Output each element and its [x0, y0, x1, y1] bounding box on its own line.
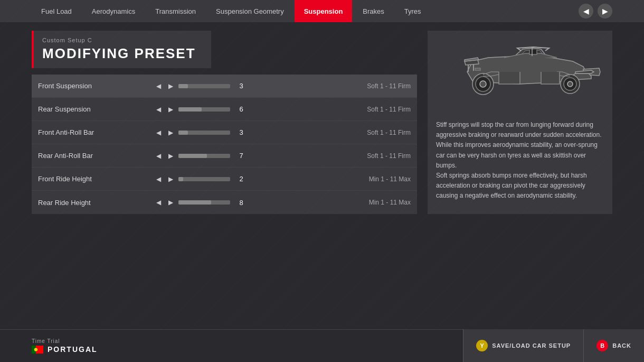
settings-row: Rear Suspension◀▶6Soft 1 - 11 Firm [32, 98, 417, 121]
decrement-button[interactable]: ◀ [154, 198, 163, 207]
slider-fill [178, 84, 188, 88]
row-value: 8 [233, 199, 249, 207]
increment-button[interactable]: ▶ [166, 151, 175, 161]
decrement-button[interactable]: ◀ [154, 128, 163, 137]
row-value: 3 [233, 128, 249, 136]
car-image [435, 38, 604, 106]
prev-icon[interactable]: ◀ [579, 4, 593, 18]
right-panel: Stiff springs will stop the car from lun… [428, 31, 612, 214]
slider-bar[interactable] [178, 200, 230, 205]
setup-subtitle: Custom Setup C [42, 37, 203, 43]
svg-point-5 [480, 81, 486, 87]
row-controls: ◀▶7 [154, 151, 249, 161]
row-range: Soft 1 - 11 Firm [367, 82, 411, 90]
row-value: 6 [233, 105, 249, 113]
nav-item-transmission[interactable]: Transmission [146, 0, 205, 22]
increment-button[interactable]: ▶ [166, 174, 175, 184]
save-load-button[interactable]: Y SAVE/LOAD CAR SETUP [463, 329, 583, 362]
nav-item-aerodynamics[interactable]: Aerodynamics [82, 0, 145, 22]
flag-icon [32, 346, 43, 354]
session-label: Time Trial [32, 338, 98, 344]
increment-button[interactable]: ▶ [166, 198, 175, 207]
bottom-bar: Time Trial PORTUGAL [0, 329, 644, 362]
row-value: 3 [233, 82, 249, 90]
location-name: PORTUGAL [48, 345, 98, 354]
row-controls: ◀▶3 [154, 128, 249, 137]
nav-item-suspension[interactable]: Suspension [295, 0, 353, 22]
decrement-button[interactable]: ◀ [154, 81, 163, 91]
slider-bar[interactable] [178, 131, 230, 135]
increment-button[interactable]: ▶ [166, 105, 175, 114]
slider-bar[interactable] [178, 107, 230, 112]
settings-row: Rear Anti-Roll Bar◀▶7Soft 1 - 11 Firm [32, 144, 417, 168]
b-label: B [600, 342, 604, 349]
y-button-icon: Y [476, 340, 488, 351]
row-label: Front Ride Height [38, 175, 154, 183]
slider-bar[interactable] [178, 154, 230, 158]
back-label: BACK [612, 342, 631, 349]
row-range: Soft 1 - 11 Firm [367, 152, 411, 160]
nav-icons: ◀ ▶ [579, 4, 612, 18]
row-range: Min 1 - 11 Max [369, 175, 411, 183]
left-panel: Custom Setup C MODIFYING PRESET Front Su… [32, 31, 419, 214]
save-load-label: SAVE/LOAD CAR SETUP [492, 342, 571, 349]
slider-fill [178, 107, 202, 112]
session-info: Time Trial PORTUGAL [32, 338, 98, 354]
y-label: Y [480, 342, 484, 349]
description-text: Stiff springs will stop the car from lun… [436, 120, 604, 201]
increment-button[interactable]: ▶ [166, 81, 175, 91]
slider-fill [178, 200, 211, 205]
b-button-icon: B [596, 340, 608, 351]
decrement-button[interactable]: ◀ [154, 151, 163, 161]
svg-point-2 [567, 81, 573, 87]
decrement-button[interactable]: ◀ [154, 174, 163, 184]
row-label: Front Anti-Roll Bar [38, 128, 154, 136]
description-box: Stiff springs will stop the car from lun… [428, 113, 612, 209]
nav-bar: Fuel LoadAerodynamicsTransmissionSuspens… [0, 0, 644, 22]
row-range: Min 1 - 11 Max [369, 199, 411, 206]
settings-row: Rear Ride Height◀▶8Min 1 - 11 Max [32, 191, 417, 214]
main-content: Custom Setup C MODIFYING PRESET Front Su… [0, 31, 644, 214]
row-label: Rear Anti-Roll Bar [38, 152, 154, 160]
action-buttons: Y SAVE/LOAD CAR SETUP B BACK [463, 329, 644, 362]
settings-row: Front Ride Height◀▶2Min 1 - 11 Max [32, 168, 417, 191]
settings-row: Front Suspension◀▶3Soft 1 - 11 Firm [32, 75, 417, 98]
nav-item-tyres[interactable]: Tyres [395, 0, 431, 22]
back-button[interactable]: B BACK [583, 329, 644, 362]
row-value: 7 [233, 152, 249, 160]
nav-item-fuel-load[interactable]: Fuel Load [32, 0, 81, 22]
row-controls: ◀▶2 [154, 174, 249, 184]
location-row: PORTUGAL [32, 345, 98, 354]
row-label: Rear Suspension [38, 105, 154, 113]
nav-item-brakes[interactable]: Brakes [353, 0, 393, 22]
row-controls: ◀▶8 [154, 198, 249, 207]
row-range: Soft 1 - 11 Firm [367, 106, 411, 113]
svg-point-8 [34, 348, 38, 351]
row-range: Soft 1 - 11 Firm [367, 129, 411, 136]
slider-bar[interactable] [178, 177, 230, 181]
slider-fill [178, 154, 207, 158]
car-image-container [428, 31, 612, 113]
row-label: Front Suspension [38, 82, 154, 90]
slider-fill [178, 131, 188, 135]
slider-bar[interactable] [178, 84, 230, 88]
row-value: 2 [233, 175, 249, 183]
nav-item-suspension-geometry[interactable]: Suspension Geometry [206, 0, 293, 22]
decrement-button[interactable]: ◀ [154, 105, 163, 114]
row-label: Rear Ride Height [38, 199, 154, 207]
row-controls: ◀▶3 [154, 81, 249, 91]
settings-table: Front Suspension◀▶3Soft 1 - 11 FirmRear … [32, 75, 417, 214]
slider-fill [178, 177, 183, 181]
increment-button[interactable]: ▶ [166, 128, 175, 137]
next-icon[interactable]: ▶ [598, 4, 612, 18]
setup-header: Custom Setup C MODIFYING PRESET [32, 31, 211, 68]
row-controls: ◀▶6 [154, 105, 249, 114]
setup-title: MODIFYING PRESET [42, 45, 203, 62]
settings-row: Front Anti-Roll Bar◀▶3Soft 1 - 11 Firm [32, 121, 417, 144]
